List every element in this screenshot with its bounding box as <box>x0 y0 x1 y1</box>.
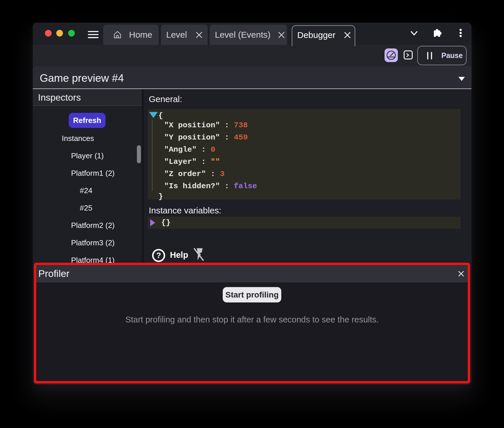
svg-text:?: ? <box>156 251 161 260</box>
